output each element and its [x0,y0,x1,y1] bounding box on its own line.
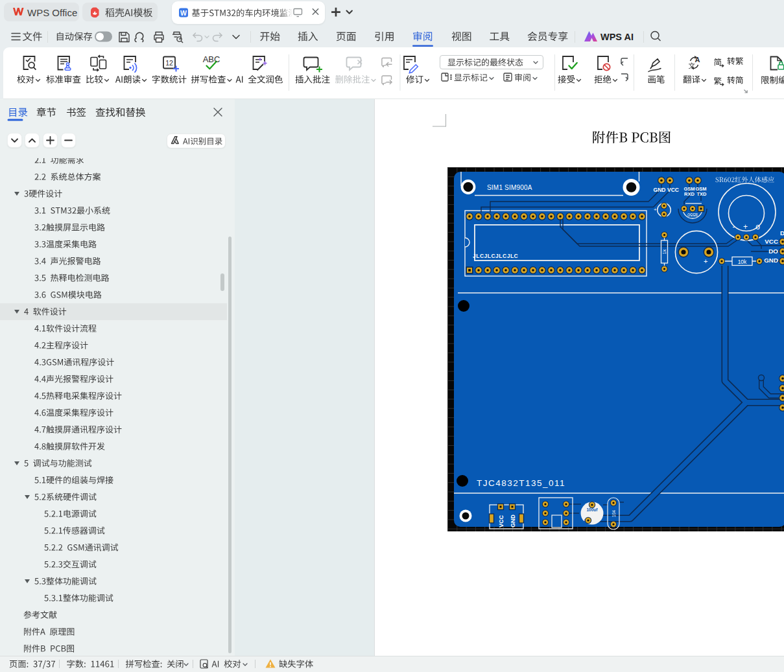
svg-text:WPS Office: WPS Office [27,7,77,18]
svg-text:WPS AI: WPS AI [600,32,634,42]
svg-text:W: W [180,9,187,17]
svg-text:ABC: ABC [203,54,220,64]
svg-text:12: 12 [165,59,173,67]
